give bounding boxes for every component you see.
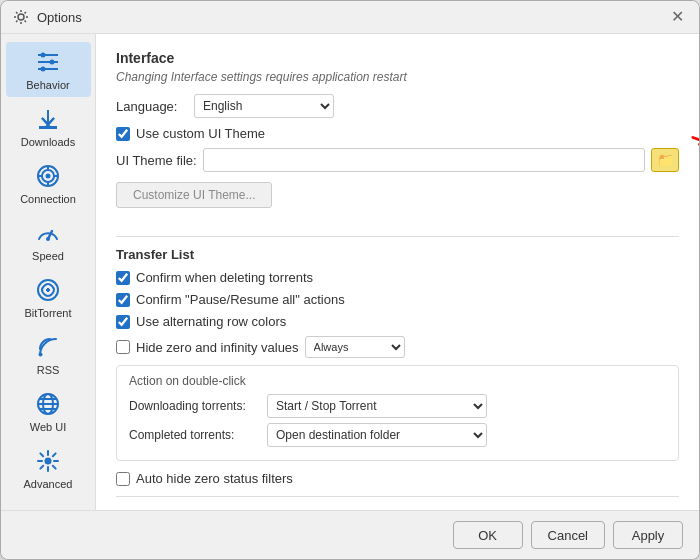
advanced-label: Advanced <box>24 478 73 490</box>
folder-browse-button[interactable]: 📁 ➜ <box>651 148 679 172</box>
language-row: Language: English <box>116 94 679 118</box>
confirm-pause-label: Confirm "Pause/Resume all" actions <box>136 292 345 307</box>
options-icon <box>13 9 29 25</box>
sidebar-item-webui[interactable]: Web UI <box>6 384 91 439</box>
theme-file-row: UI Theme file: 📁 ➜ <box>116 148 679 172</box>
divider-2 <box>116 496 679 497</box>
main-content: Interface Changing Interface settings re… <box>96 34 699 510</box>
theme-file-label: UI Theme file: <box>116 153 197 168</box>
downloading-torrents-select[interactable]: Start / Stop Torrent Open None <box>267 394 487 418</box>
title-bar-left: Options <box>13 9 82 25</box>
webui-label: Web UI <box>30 421 66 433</box>
behavior-icon <box>34 48 62 76</box>
auto-hide-label: Auto hide zero status filters <box>136 471 293 486</box>
title-bar: Options ✕ <box>1 1 699 34</box>
confirm-delete-label: Confirm when deleting torrents <box>136 270 313 285</box>
sidebar-item-speed[interactable]: Speed <box>6 213 91 268</box>
hide-zero-checkbox[interactable] <box>116 340 130 354</box>
language-select[interactable]: English <box>194 94 334 118</box>
language-label: Language: <box>116 99 186 114</box>
rss-icon <box>34 333 62 361</box>
completed-torrents-select[interactable]: Open destination folder Open None <box>267 423 487 447</box>
sidebar-item-behavior[interactable]: Behavior <box>6 42 91 97</box>
transfer-list-title: Transfer List <box>116 247 679 262</box>
sidebar-item-rss[interactable]: RSS <box>6 327 91 382</box>
bittorrent-label: BitTorrent <box>24 307 71 319</box>
svg-point-4 <box>41 53 46 58</box>
completed-torrents-label: Completed torrents: <box>129 428 259 442</box>
webui-icon <box>34 390 62 418</box>
confirm-delete-row: Confirm when deleting torrents <box>116 270 679 285</box>
rss-label: RSS <box>37 364 60 376</box>
arrow-indicator: ➜ <box>686 125 699 156</box>
alternating-rows-label: Use alternating row colors <box>136 314 286 329</box>
completed-torrents-row: Completed torrents: Open destination fol… <box>129 423 666 447</box>
action-title: Action on double-click <box>129 374 666 388</box>
custom-theme-row: Use custom UI Theme <box>116 126 679 141</box>
options-window: Options ✕ Behavior <box>0 0 700 560</box>
svg-point-10 <box>46 174 51 179</box>
apply-button[interactable]: Apply <box>613 521 683 549</box>
downloads-label: Downloads <box>21 136 75 148</box>
close-button[interactable]: ✕ <box>671 9 687 25</box>
hide-zero-label: Hide zero and infinity values <box>136 340 299 355</box>
content-area: Behavior Downloads <box>1 34 699 510</box>
customize-btn-row: Customize UI Theme... <box>116 182 679 222</box>
interface-title: Interface <box>116 50 679 66</box>
action-section: Action on double-click Downloading torre… <box>116 365 679 461</box>
svg-point-6 <box>41 67 46 72</box>
divider-1 <box>116 236 679 237</box>
ok-button[interactable]: OK <box>453 521 523 549</box>
svg-point-18 <box>39 353 43 357</box>
connection-icon <box>34 162 62 190</box>
downloading-torrents-label: Downloading torrents: <box>129 399 259 413</box>
confirm-pause-row: Confirm "Pause/Resume all" actions <box>116 292 679 307</box>
hide-zero-select[interactable]: Always Never Custom <box>305 336 405 358</box>
footer: OK Cancel Apply <box>1 510 699 559</box>
interface-note: Changing Interface settings requires app… <box>116 70 679 84</box>
confirm-pause-checkbox[interactable] <box>116 293 130 307</box>
downloads-icon <box>34 105 62 133</box>
custom-theme-checkbox[interactable] <box>116 127 130 141</box>
sidebar-item-bittorrent[interactable]: BitTorrent <box>6 270 91 325</box>
svg-point-16 <box>46 237 50 241</box>
svg-point-24 <box>45 458 52 465</box>
downloading-torrents-row: Downloading torrents: Start / Stop Torre… <box>129 394 666 418</box>
speed-icon <box>34 219 62 247</box>
window-title: Options <box>37 10 82 25</box>
sidebar-item-downloads[interactable]: Downloads <box>6 99 91 154</box>
connection-label: Connection <box>20 193 76 205</box>
cancel-button[interactable]: Cancel <box>531 521 605 549</box>
auto-hide-checkbox[interactable] <box>116 472 130 486</box>
hide-zero-row: Hide zero and infinity values Always Nev… <box>116 336 679 358</box>
custom-theme-label: Use custom UI Theme <box>136 126 265 141</box>
folder-icon: 📁 <box>657 152 674 168</box>
auto-hide-row: Auto hide zero status filters <box>116 471 679 486</box>
sidebar-item-connection[interactable]: Connection <box>6 156 91 211</box>
bittorrent-icon <box>34 276 62 304</box>
sidebar: Behavior Downloads <box>1 34 96 510</box>
speed-label: Speed <box>32 250 64 262</box>
theme-file-input[interactable] <box>203 148 645 172</box>
behavior-label: Behavior <box>26 79 69 91</box>
svg-point-0 <box>18 14 24 20</box>
confirm-delete-checkbox[interactable] <box>116 271 130 285</box>
svg-point-5 <box>50 60 55 65</box>
sidebar-item-advanced[interactable]: Advanced <box>6 441 91 496</box>
alternating-rows-checkbox[interactable] <box>116 315 130 329</box>
alternating-rows-row: Use alternating row colors <box>116 314 679 329</box>
advanced-icon <box>34 447 62 475</box>
customize-theme-button[interactable]: Customize UI Theme... <box>116 182 272 208</box>
